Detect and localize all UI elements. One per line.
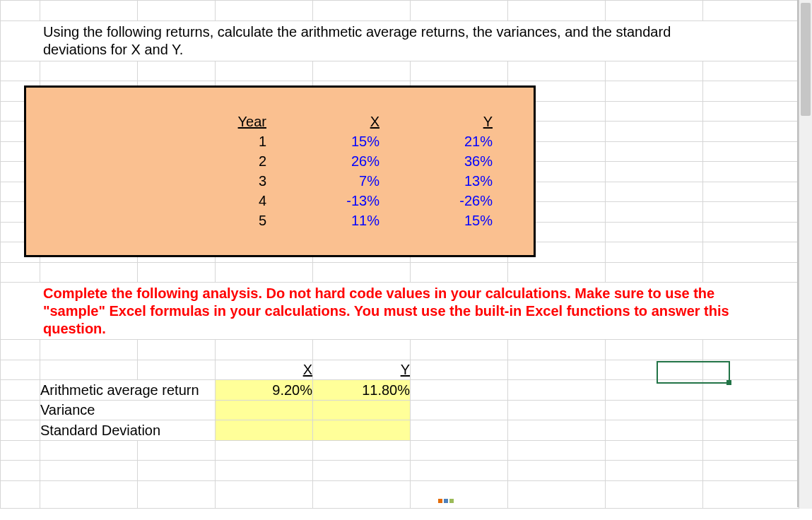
scrollbar-thumb[interactable] [801,3,811,116]
grid-row[interactable]: Complete the following analysis. Do not … [1,283,801,340]
vertical-scrollbar[interactable] [799,0,812,509]
result-avg-y[interactable]: 11.80% [313,380,411,401]
results-header-y: Y [401,362,410,377]
result-label-std: Standard Deviation [40,420,216,441]
question-text: Using the following returns, calculate t… [40,22,800,60]
result-avg-x[interactable]: 9.20% [216,380,313,401]
grid-row[interactable] [1,61,801,81]
result-label-var: Variance [40,400,216,420]
grid-row[interactable]: Using the following returns, calculate t… [1,20,801,61]
result-label-avg: Arithmetic average return [40,380,216,401]
result-std-x[interactable] [216,420,313,441]
instructions-text: Complete the following analysis. Do not … [40,283,800,339]
result-var-x[interactable] [216,400,313,420]
status-dots [438,499,454,503]
spreadsheet-grid[interactable]: Using the following returns, calculate t… [0,0,801,509]
grid-row[interactable]: Variance [1,400,801,420]
results-header-x: X [303,362,312,377]
grid-row[interactable]: X Y [1,360,801,380]
result-var-y[interactable] [313,400,411,420]
grid-row[interactable]: Standard Deviation [1,420,801,441]
spreadsheet-viewport: Using the following returns, calculate t… [0,0,812,520]
result-std-y[interactable] [313,420,411,441]
grid-row[interactable]: Arithmetic average return 9.20% 11.80% [1,380,801,401]
grid-row[interactable] [1,1,801,21]
